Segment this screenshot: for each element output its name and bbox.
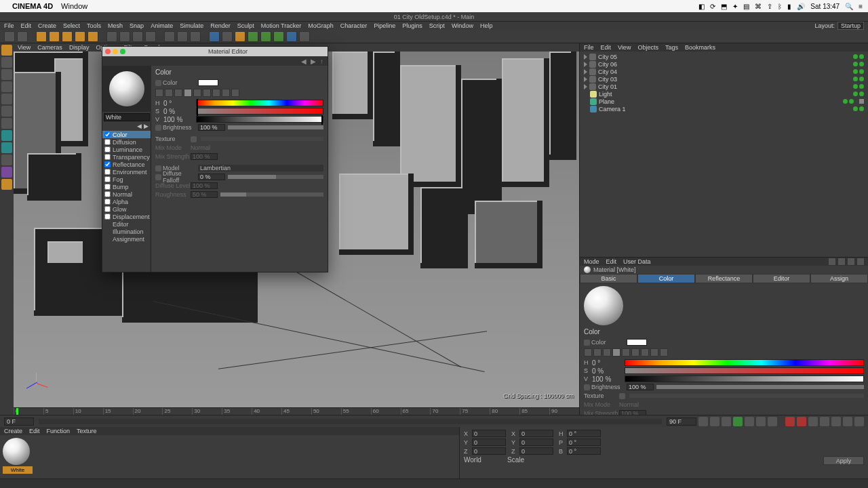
prev-material-icon[interactable]: ◀ [301, 58, 307, 65]
menubar-bt-icon[interactable]: ᛒ [778, 3, 782, 10]
next-key-button[interactable] [756, 417, 766, 426]
menubar-notif-icon[interactable]: ≡ [859, 3, 863, 10]
brightness-slider[interactable] [656, 385, 864, 389]
object-row[interactable]: Light [581, 90, 867, 98]
render-view-button[interactable] [164, 31, 175, 42]
camera-button[interactable] [286, 31, 297, 42]
generator-button[interactable] [248, 31, 258, 42]
visibility-dot-icon[interactable] [843, 99, 848, 104]
texture-slot[interactable] [201, 137, 323, 141]
recent-tool[interactable] [87, 31, 98, 42]
menu-item[interactable]: Character [340, 22, 368, 29]
y-lock-button[interactable] [119, 31, 130, 42]
val-slider[interactable] [625, 375, 864, 382]
material-editor-window[interactable]: Material Editor ◀ ▶ ↑ ◀ ▶ Color Diff [102, 46, 328, 272]
diff-falloff-slider[interactable] [228, 175, 323, 179]
menubar-icon[interactable]: ▤ [743, 3, 749, 10]
s-value[interactable]: 0 % [592, 367, 622, 375]
channel-alpha[interactable]: Alpha [102, 198, 151, 205]
prev-key-button[interactable] [710, 417, 719, 426]
channel-checkbox[interactable] [104, 169, 111, 175]
mac-menu-window[interactable]: Window [61, 2, 87, 10]
disclosure-icon[interactable] [584, 69, 587, 75]
anim-dot-icon[interactable] [584, 340, 590, 346]
channel-checkbox[interactable] [104, 131, 111, 138]
object-row[interactable]: City 05 [581, 53, 867, 60]
macos-menubar[interactable]: CINEMA 4D Window ◧ ⟳ ⬒ ✦ ▤ ⌘ ⇪ ᛒ ▮ 🔊 Sat… [0, 0, 868, 12]
menu-item[interactable]: MoGraph [308, 22, 334, 29]
picker-mode-icon[interactable] [603, 348, 611, 357]
menu-item[interactable]: File [4, 22, 14, 29]
channel-glow[interactable]: Glow [102, 205, 151, 213]
h-value[interactable]: 0 ° [163, 100, 193, 107]
attr-menu-item[interactable]: Mode [584, 258, 599, 265]
menubar-icon[interactable]: ⬒ [721, 3, 727, 10]
om-menu-item[interactable]: Objects [637, 44, 658, 51]
channel-checkbox[interactable] [104, 191, 111, 197]
autokey-button[interactable] [797, 417, 806, 426]
om-menu-item[interactable]: File [584, 44, 594, 51]
menu-item[interactable]: Edit [21, 22, 32, 29]
nav-back-icon[interactable] [829, 258, 835, 265]
anim-dot-icon[interactable] [155, 80, 161, 86]
visibility-dot-icon[interactable] [853, 69, 858, 74]
channel-bump[interactable]: Bump [102, 183, 151, 190]
om-menu-item[interactable]: Tags [665, 44, 678, 51]
render-pv-button[interactable] [177, 31, 188, 42]
snap3d-button[interactable] [1, 142, 12, 153]
vp-menu-item[interactable]: Cameras [37, 44, 62, 51]
visibility-dot-icon[interactable] [853, 77, 858, 81]
menubar-battery-icon[interactable]: ▮ [787, 3, 791, 10]
menu-item[interactable]: Help [480, 22, 493, 29]
viewport[interactable]: View Cameras Display Options Filter Pane… [14, 43, 579, 415]
coord-mode-dropdown[interactable]: World [464, 456, 502, 465]
render-dot-icon[interactable] [849, 99, 854, 104]
render-dot-icon[interactable] [859, 62, 864, 66]
undo-button[interactable] [4, 31, 15, 42]
scale-tool[interactable] [62, 31, 73, 42]
select-tool[interactable] [36, 31, 47, 42]
diff-falloff-value[interactable]: 0 % [198, 174, 225, 180]
object-row[interactable]: City 04 [581, 68, 867, 75]
goto-end-button[interactable] [768, 417, 777, 426]
menubar-clock[interactable]: Sat 13:47 [810, 3, 840, 10]
object-row[interactable]: City 01 [581, 83, 867, 90]
channel-checkbox[interactable] [104, 146, 111, 152]
object-row[interactable]: Plane [581, 98, 867, 105]
close-icon[interactable] [105, 49, 111, 54]
workplane-button[interactable] [1, 69, 12, 80]
menu-item[interactable]: Create [38, 22, 56, 29]
environment-button[interactable] [273, 31, 284, 42]
picker-mode-icon[interactable] [593, 348, 601, 357]
material-preview[interactable] [102, 66, 151, 112]
picker-mode-icon[interactable] [155, 89, 163, 97]
texture-mode-button[interactable] [1, 57, 12, 68]
object-row[interactable]: Camera 1 [581, 105, 867, 113]
anim-dot-icon[interactable] [155, 174, 161, 180]
menubar-spotlight-icon[interactable]: 🔍 [845, 3, 853, 10]
menu-item[interactable]: Animate [151, 22, 173, 29]
tab-basic[interactable]: Basic [580, 274, 637, 283]
material-name-input[interactable] [104, 113, 150, 121]
picker-mode-icon[interactable] [631, 348, 639, 357]
menu-item[interactable]: Pipeline [374, 22, 395, 29]
tab-assign[interactable]: Assign [810, 274, 868, 283]
channel-checkbox[interactable] [104, 176, 111, 182]
texture-menu-icon[interactable] [619, 393, 625, 399]
menu-item[interactable]: Tools [87, 22, 101, 29]
channel-checkbox[interactable] [104, 161, 111, 167]
brightness-value[interactable]: 100 % [198, 124, 225, 131]
channel-displacement[interactable]: Displacement [102, 213, 151, 220]
range-slider[interactable] [39, 419, 662, 424]
disclosure-icon[interactable] [584, 84, 587, 89]
texture-menu-icon[interactable] [191, 136, 197, 142]
zoom-icon[interactable] [120, 49, 125, 54]
picker-mode-icon[interactable] [622, 348, 630, 357]
anim-dot-icon[interactable] [155, 165, 161, 171]
channel-diffusion[interactable]: Diffusion [102, 138, 151, 146]
channel-checkbox[interactable] [104, 214, 111, 220]
polys-mode-button[interactable] [1, 118, 12, 129]
next-material-icon[interactable]: ▶ [311, 58, 316, 65]
visibility-dot-icon[interactable] [853, 84, 858, 89]
key-pos-button[interactable] [808, 417, 818, 426]
